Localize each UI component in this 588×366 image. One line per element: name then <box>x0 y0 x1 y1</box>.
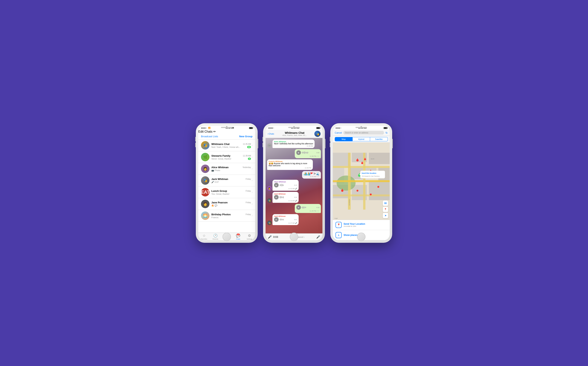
chat-item-jack[interactable]: 🎭 Jack Whitman Friday 🎤 0:07 › <box>198 175 255 186</box>
msg-peter: 👓 Peter Whitman Nice! I definitely feel … <box>267 140 321 148</box>
sender-alice: Alice Whitman <box>274 181 297 183</box>
chat-name: Jack Whitman <box>211 178 228 181</box>
back-chevron-icon: ‹ <box>267 133 268 135</box>
svg-rect-35 <box>360 171 385 178</box>
chevron-icon: › <box>252 144 252 147</box>
avatar-lunch: EAT <box>201 188 210 197</box>
svg-rect-14 <box>333 180 390 182</box>
svg-text:Howard St: Howard St <box>349 199 350 205</box>
sender-jack: Jack Whitman <box>274 193 297 195</box>
home-button-3[interactable] <box>357 233 365 241</box>
chevron-icon: › <box>252 168 252 170</box>
chat-preview: Steve: Great, thanks! <box>211 158 231 160</box>
location-arrow-button[interactable]: ➤ <box>383 213 388 218</box>
play-btn-2[interactable]: ▶ <box>296 205 301 210</box>
back-label: Chats <box>269 133 274 135</box>
tab-recents[interactable]: 🕐 Recents <box>210 234 221 240</box>
settings-icon: ⚙ <box>248 234 251 238</box>
recording-time: 0:03 <box>273 236 278 238</box>
emojis: 🏄🏄🚩🏳🌊 <box>304 172 319 175</box>
chat-navbar: ‹ Chats Whitmans Chat Alice, Francis, Ja… <box>265 130 323 138</box>
bubble-jack: Jack Whitman ▶ 0:32 11:43 AM 🎤 <box>272 192 299 203</box>
signal-area: ●●●●○ 📶 <box>201 127 211 129</box>
svg-text:Send this location: Send this location <box>362 172 376 174</box>
msg-text-peter: Nice! I definitely feel like surfing thi… <box>274 143 313 145</box>
map-controls: 3D 📍 ➤ <box>383 200 388 218</box>
sender-francis: Francis Whitman <box>269 160 311 162</box>
play-btn-jack[interactable]: ▶ <box>274 195 279 199</box>
tab-label-chats: Chats <box>236 238 240 240</box>
group-chat-info: Whitmans Chat Alice, Francis, Jack, Pete… <box>275 131 314 136</box>
play-btn-alice[interactable]: ▶ <box>274 183 279 187</box>
chat-item-whitmans[interactable]: 🎭 Whitmans Chat 11:45 AM Ned: Yeah, I th… <box>198 140 255 151</box>
svg-point-30 <box>356 190 358 192</box>
favorites-icon: ☆ <box>203 234 206 238</box>
svg-rect-13 <box>333 166 390 168</box>
svg-rect-16 <box>333 195 390 197</box>
broadcast-bar: Broadcast Lists New Group <box>198 133 255 140</box>
chat-item-stewarts[interactable]: 🌿 Stewarts Family 11:39 AM Steve: Great,… <box>198 151 255 163</box>
home-button-2[interactable] <box>290 233 298 241</box>
pin-button[interactable]: 📍 <box>383 207 388 212</box>
time-3: 11:50 AM <box>358 127 367 129</box>
map-type-satellite[interactable]: Satellite <box>370 137 388 141</box>
badge-stewarts: 4 <box>248 158 251 160</box>
map-type-map[interactable]: Map <box>335 137 353 141</box>
new-group-button[interactable]: New Group <box>239 135 252 138</box>
play-btn-jack-2[interactable]: ▶ <box>274 217 279 222</box>
avatar-jack: 🎭 <box>201 176 210 185</box>
msg-francis: Francis Whitman 😜😝 Anyone who wants to t… <box>267 159 321 170</box>
badge-whitmans: 50 <box>247 146 251 148</box>
chat-item-alice[interactable]: 👩 Alice Whitman Yesterday 📷 Photo › <box>198 163 255 175</box>
broadcast-lists-link[interactable]: Broadcast Lists <box>201 135 218 138</box>
map-type-hybrid[interactable]: Hybrid <box>353 137 370 141</box>
chat-time: Yesterday <box>242 166 251 168</box>
chat-time: Friday <box>246 190 251 192</box>
sender-jack-2: Jack Whitman <box>274 215 297 217</box>
bubble-jack-2: Jack Whitman ▶ 0:07 11:47 AM 🎤 <box>272 214 299 225</box>
msg-jack-audio: 🎭 Jack Whitman ▶ 0:32 11:43 AM 🎤 <box>267 192 321 203</box>
chat-preview: You: Great, thanks! <box>211 193 229 195</box>
svg-point-31 <box>370 194 372 196</box>
show-places-title: Show places <box>344 234 358 236</box>
mic-blue-icon[interactable]: 🎤 <box>316 235 320 239</box>
chat-item-birthday[interactable]: 🌅 Birthday Photos Friday Francis: › <box>198 210 255 222</box>
svg-rect-15 <box>363 153 365 210</box>
play-btn-1[interactable]: ▶ <box>296 150 301 155</box>
msg-alice-audio: 👩 Alice Whitman ▶ 0:15 11:42 AM 🎤 <box>267 180 321 191</box>
msg-time-sent-1: 11:38 PM ✓✓ <box>296 155 319 157</box>
chevron-icon: › <box>252 214 252 217</box>
compose-icon[interactable]: ✏ <box>213 130 216 133</box>
audio-duration-jack-2: 0:07 <box>294 219 297 221</box>
signal-3: ●●●●○ <box>336 127 341 129</box>
chat-time: Friday <box>246 178 251 180</box>
chat-item-lunch[interactable]: EAT Lunch Group Friday You: Great, thank… <box>198 186 255 198</box>
home-button-1[interactable] <box>223 233 231 241</box>
chat-preview: 🎤 0:07 <box>211 181 219 183</box>
3d-button[interactable]: 3D <box>383 200 388 206</box>
edit-button[interactable]: Edit <box>198 130 204 133</box>
msg-sent-audio-2: ▶ 0:18 11:45 PM ✓✓ <box>267 204 321 213</box>
refresh-icon[interactable]: ↻ <box>385 131 388 134</box>
tab-settings[interactable]: ⚙ Settings <box>244 234 255 240</box>
cancel-button[interactable]: Cancel <box>335 131 342 134</box>
chat-name: Lunch Group <box>211 190 227 192</box>
mic-recording-icon: 🎤 <box>268 235 272 239</box>
tab-chats[interactable]: 💬 Chats 2 <box>233 234 244 240</box>
audio-bubble-1: ▶ 0:09 <box>296 150 319 155</box>
time-2: 11:50 AM <box>291 127 299 129</box>
search-field[interactable]: Search or enter an address <box>343 131 384 135</box>
tab-favorites[interactable]: ☆ Favorites <box>198 234 210 240</box>
back-button[interactable]: ‹ Chats <box>267 133 274 135</box>
legal-text: Legal <box>334 218 338 219</box>
msg-jack-audio-2: 🎭 Jack Whitman ▶ 0:07 11:47 AM 🎤 <box>267 214 321 225</box>
svg-text:720 Howard St, San Francisco: 720 Howard St, San Francisco <box>362 175 380 177</box>
send-location-button[interactable]: 📍 Send Your Location Accurate to 10m <box>333 220 390 230</box>
show-places-info: Show places <box>344 234 358 236</box>
chat-name: Stewarts Family <box>211 154 230 157</box>
chat-preview: 🔥 💬 <box>211 204 217 207</box>
chat-item-jane[interactable]: 👩 Jane Pearson Friday 🔥 💬 › <box>198 198 255 210</box>
phone-map: ●●●●○ 11:50 AM Cancel Search or enter an… <box>331 123 392 243</box>
msg-time-sent-2: 11:45 PM ✓✓ <box>296 210 319 212</box>
audio-duration-1: 0:09 <box>316 152 319 153</box>
